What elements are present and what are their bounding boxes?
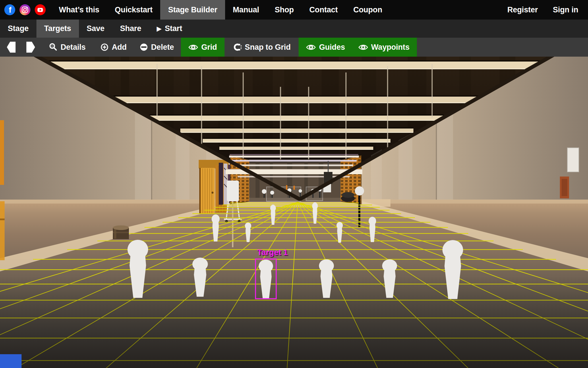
svg-text:f: f <box>9 5 11 14</box>
light-strip <box>229 156 359 158</box>
guides-waypoints-group: Guides Waypoints <box>299 38 417 57</box>
arrow-left-icon <box>6 41 16 53</box>
editor-toolbar: Details Add Delete Grid <box>0 38 588 57</box>
nav-coupon[interactable]: Coupon <box>345 0 390 20</box>
floor-shadow <box>0 276 588 368</box>
stage-canvas[interactable]: Target 1 Target 1 <box>0 57 588 368</box>
youtube-icon[interactable] <box>34 4 46 16</box>
nav-shop[interactable]: Shop <box>267 0 302 20</box>
start-button[interactable]: ▶ Start <box>149 20 190 38</box>
tab-stage[interactable]: Stage <box>0 20 36 38</box>
builder-menu-bar: Stage Targets Save Share ▶ Start <box>0 20 588 38</box>
waypoints-toggle[interactable]: Waypoints <box>358 38 410 57</box>
snap-to-grid-button[interactable]: Snap to Grid <box>233 38 291 57</box>
tab-save[interactable]: Save <box>79 20 112 38</box>
minus-circle-icon <box>140 43 148 51</box>
eye-icon <box>306 44 316 51</box>
arrow-right-icon <box>26 41 36 53</box>
plus-circle-icon <box>100 43 109 51</box>
selected-target-label: Target 1 <box>257 248 288 257</box>
door-knob <box>212 192 214 194</box>
eye-icon <box>358 44 368 51</box>
eye-icon <box>188 44 198 51</box>
blue-corner-prop[interactable] <box>0 354 22 368</box>
facebook-icon[interactable]: f <box>4 4 16 16</box>
instagram-icon[interactable] <box>19 4 31 16</box>
barrel <box>113 225 129 239</box>
tab-share[interactable]: Share <box>112 20 149 38</box>
light-strip <box>235 164 353 166</box>
social-links: f <box>4 4 46 16</box>
tab-targets[interactable]: Targets <box>36 20 79 38</box>
round-plate-target[interactable] <box>355 186 364 195</box>
nav-quickstart[interactable]: Quickstart <box>107 0 160 20</box>
magnet-icon <box>233 43 242 51</box>
nav-whats-this[interactable]: What’s this <box>51 0 107 20</box>
banner <box>219 163 223 205</box>
register-button[interactable]: Register <box>500 0 545 20</box>
nav-contact[interactable]: Contact <box>301 0 345 20</box>
forward-button[interactable] <box>26 41 36 53</box>
delete-button[interactable]: Delete <box>140 38 174 57</box>
sign-in-button[interactable]: Sign in <box>545 0 586 20</box>
guides-toggle[interactable]: Guides <box>306 38 345 57</box>
top-navigation-bar: f What’s this Quickstart Stage Builder M… <box>0 0 588 20</box>
add-button[interactable]: Add <box>100 38 127 57</box>
back-button[interactable] <box>6 41 16 53</box>
light-strip <box>232 160 357 162</box>
grid-toggle[interactable]: Grid <box>181 38 225 57</box>
nav-manual[interactable]: Manual <box>225 0 267 20</box>
play-icon: ▶ <box>157 26 161 32</box>
nav-stage-builder[interactable]: Stage Builder <box>160 0 225 20</box>
details-button[interactable]: Details <box>49 38 86 57</box>
magnifier-icon <box>49 43 57 51</box>
